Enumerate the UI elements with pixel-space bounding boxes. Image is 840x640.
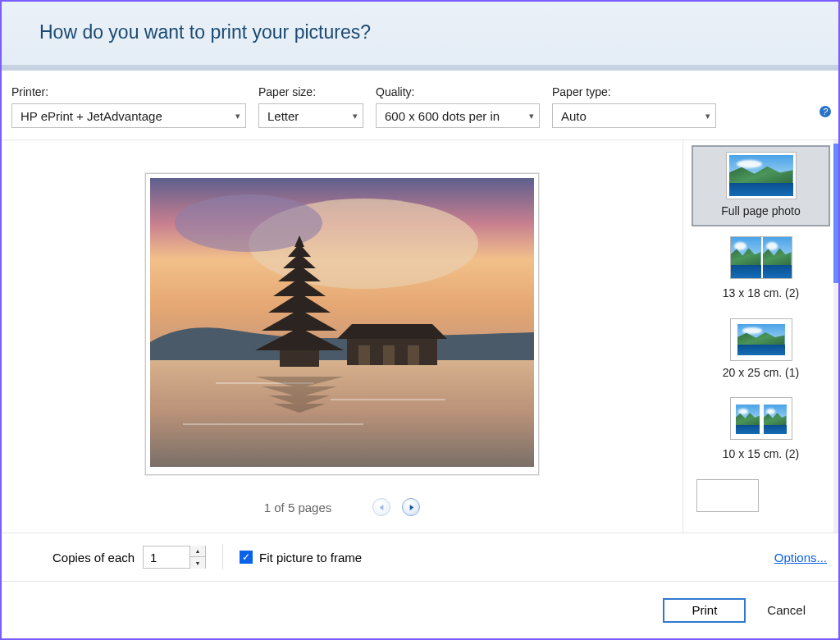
quality-value: 600 x 600 dots per in [385,109,500,123]
svg-rect-5 [150,360,534,467]
settings-row: Printer: HP ePrint + JetAdvantage ▾ Pape… [2,71,838,140]
printer-select[interactable]: HP ePrint + JetAdvantage ▾ [11,103,246,128]
preview-image [150,178,534,467]
svg-rect-19 [408,345,419,365]
layout-label: 10 x 15 cm. (2) [696,447,825,461]
layout-list: Full page photo 13 x 18 cm. (2) 20 x 25 … [682,140,838,533]
layout-label: 13 x 18 cm. (2) [696,286,825,300]
scrollbar-thumb[interactable] [833,144,838,283]
svg-text:?: ? [823,107,829,117]
printer-label: Printer: [11,85,246,98]
copies-stepper[interactable]: ▲ ▼ [143,546,206,569]
layout-option-10x15[interactable]: 10 x 15 cm. (2) [692,391,830,469]
prev-page-button[interactable] [372,498,390,516]
help-icon[interactable]: ? [819,105,832,118]
printer-value: HP ePrint + JetAdvantage [21,109,162,123]
chevron-down-icon: ▾ [353,111,358,121]
print-button[interactable]: Print [663,598,746,623]
copies-label: Copies of each [52,551,135,565]
copies-down-button[interactable]: ▼ [190,557,205,569]
svg-marker-24 [380,504,384,510]
pager-text: 1 of 5 pages [264,501,332,514]
svg-rect-17 [358,345,370,365]
next-page-button[interactable] [402,498,420,516]
chevron-down-icon: ▾ [235,111,240,121]
papersize-label: Paper size: [258,85,363,98]
layout-label: 20 x 25 cm. (1) [696,366,825,380]
dialog-title: How do you want to print your pictures? [39,21,838,43]
copies-up-button[interactable]: ▲ [190,546,205,557]
papertype-value: Auto [561,109,587,123]
layout-label: Full page photo [696,204,825,218]
svg-marker-25 [409,504,413,510]
svg-rect-6 [280,349,319,367]
copies-input[interactable] [144,546,189,568]
svg-rect-18 [383,345,395,365]
papertype-select[interactable]: Auto ▾ [552,103,716,128]
layout-option-13x18[interactable]: 13 x 18 cm. (2) [692,230,830,309]
quality-label: Quality: [376,85,540,98]
chevron-down-icon: ▾ [529,111,534,121]
layout-option-full-page[interactable]: Full page photo [692,145,830,226]
quality-select[interactable]: 600 x 600 dots per in ▾ [376,103,540,128]
preview-frame [145,173,539,475]
fit-frame-checkbox[interactable]: ✓ [240,551,253,564]
layout-option-more[interactable] [692,473,830,512]
preview-area: 1 of 5 pages [2,140,682,533]
papersize-value: Letter [267,109,299,123]
fit-frame-label: Fit picture to frame [259,551,362,565]
papertype-label: Paper type: [552,85,716,98]
separator [222,545,223,569]
svg-marker-16 [337,324,447,339]
layout-option-20x25[interactable]: 20 x 25 cm. (1) [692,312,830,388]
papersize-select[interactable]: Letter ▾ [258,103,363,128]
chevron-down-icon: ▾ [705,111,710,121]
cancel-button[interactable]: Cancel [767,598,806,623]
options-link[interactable]: Options... [774,551,827,565]
